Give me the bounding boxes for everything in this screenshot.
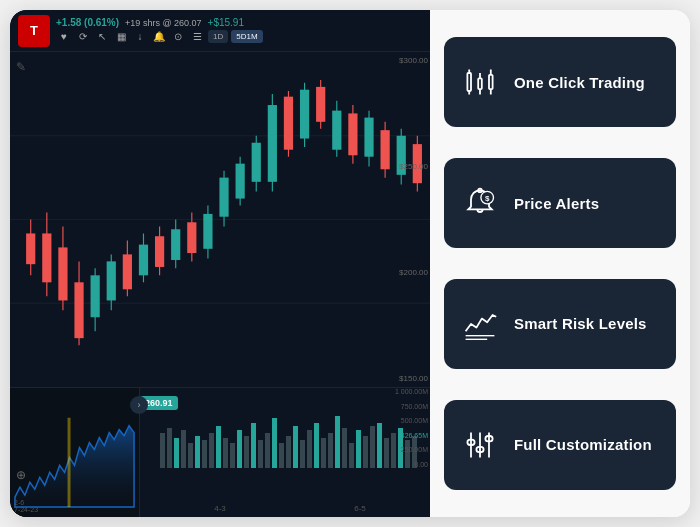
svg-rect-79 xyxy=(335,416,340,468)
svg-rect-94 xyxy=(478,79,482,90)
svg-rect-20 xyxy=(155,236,164,267)
svg-rect-6 xyxy=(42,233,51,282)
timeframe-1d[interactable]: 1D xyxy=(208,30,228,43)
bar-chart-icon[interactable]: ▦ xyxy=(113,28,129,44)
pencil-icon[interactable]: ✎ xyxy=(16,60,26,74)
svg-rect-58 xyxy=(188,443,193,468)
svg-rect-14 xyxy=(107,261,116,300)
mini-date-start: 2-6 xyxy=(14,499,38,506)
risk-icon xyxy=(462,306,498,342)
price-change: +1.58 (0.61%) xyxy=(56,17,119,28)
svg-rect-62 xyxy=(216,426,221,468)
svg-rect-86 xyxy=(384,438,389,468)
svg-rect-12 xyxy=(91,275,100,317)
svg-rect-63 xyxy=(223,438,228,468)
toolbar-icons: ♥ ⟳ ↖ ▦ ↓ 🔔 ⊙ ☰ 1D 5D1M xyxy=(56,28,263,44)
main-container: T +1.58 (0.61%) +19 shrs @ 260.07 +$15.9… xyxy=(10,10,690,517)
mini-date-end: 7-24-23 xyxy=(14,506,38,513)
collapse-button[interactable]: › xyxy=(130,396,148,414)
svg-rect-81 xyxy=(349,443,354,468)
svg-rect-60 xyxy=(202,440,207,468)
feature-label-customization: Full Customization xyxy=(514,436,652,453)
svg-rect-16 xyxy=(123,254,132,289)
svg-rect-30 xyxy=(236,164,245,199)
vol-label-500: 500.00M xyxy=(395,417,428,424)
svg-rect-64 xyxy=(230,443,235,468)
svg-rect-83 xyxy=(363,436,368,468)
chart-panel: T +1.58 (0.61%) +19 shrs @ 260.07 +$15.9… xyxy=(10,10,430,517)
vol-label-426: 426.65M xyxy=(395,432,428,439)
svg-rect-80 xyxy=(342,428,347,468)
feature-card-trading: One Click Trading xyxy=(444,37,676,127)
date-label-1: 4-3 xyxy=(214,504,226,513)
svg-rect-36 xyxy=(284,97,293,150)
svg-rect-40 xyxy=(316,87,325,122)
risk-icon-wrap xyxy=(460,304,500,344)
svg-rect-74 xyxy=(300,440,305,468)
volume-chart xyxy=(150,388,430,468)
feature-label-alerts: Price Alerts xyxy=(514,195,599,212)
svg-rect-76 xyxy=(314,423,319,468)
svg-rect-82 xyxy=(356,430,361,468)
svg-rect-77 xyxy=(321,438,326,468)
mini-date-labels: 2-6 7-24-23 xyxy=(14,499,38,513)
price-label-300: $300.00 xyxy=(377,56,428,65)
timeframe-5d[interactable]: 5D1M xyxy=(231,30,262,43)
date-axis: 4-3 6-5 xyxy=(150,504,430,513)
settings-icon[interactable]: ⊙ xyxy=(170,28,186,44)
svg-rect-75 xyxy=(307,430,312,468)
svg-rect-56 xyxy=(174,438,179,468)
svg-rect-67 xyxy=(251,423,256,468)
layers-icon[interactable]: ☰ xyxy=(189,28,205,44)
feature-label-trading: One Click Trading xyxy=(514,74,645,91)
svg-rect-53 xyxy=(68,418,71,507)
vol-label-0: 0.00 xyxy=(395,461,428,468)
svg-rect-18 xyxy=(139,245,148,276)
refresh-icon[interactable]: ⟳ xyxy=(75,28,91,44)
svg-rect-78 xyxy=(328,433,333,468)
features-panel: One Click Trading $ Price Alerts xyxy=(430,10,690,517)
svg-rect-28 xyxy=(219,178,228,217)
price-label-150: $150.00 xyxy=(377,374,428,383)
feature-card-risk: Smart Risk Levels xyxy=(444,279,676,369)
svg-rect-70 xyxy=(272,418,277,468)
svg-rect-54 xyxy=(160,433,165,468)
vol-label-1000: 1 000.00M xyxy=(395,388,428,395)
feature-card-customization: Full Customization xyxy=(444,400,676,490)
cursor-icon[interactable]: ↖ xyxy=(94,28,110,44)
svg-rect-73 xyxy=(293,426,298,468)
svg-rect-69 xyxy=(265,433,270,468)
crosshair-icon[interactable]: ⊕ xyxy=(16,468,26,482)
chart-bottom: 2-6 7-24-23 › 260.91 xyxy=(10,387,430,517)
heart-icon[interactable]: ♥ xyxy=(56,28,72,44)
svg-rect-22 xyxy=(171,229,180,260)
svg-rect-97 xyxy=(489,75,493,89)
svg-rect-85 xyxy=(377,423,382,468)
volume-labels: 1 000.00M 750.00M 500.00M 426.65M 250.00… xyxy=(395,388,428,468)
svg-rect-84 xyxy=(370,426,375,468)
price-label-250: $250.00 xyxy=(377,162,428,171)
price-plus: +$15.91 xyxy=(208,17,244,28)
svg-rect-24 xyxy=(187,222,196,253)
svg-rect-46 xyxy=(364,118,373,157)
price-labels: $300.00 $250.00 $200.00 $150.00 xyxy=(375,52,430,387)
bell-icon[interactable]: 🔔 xyxy=(151,28,167,44)
svg-rect-32 xyxy=(252,143,261,182)
mini-chart: 2-6 7-24-23 xyxy=(10,388,140,517)
svg-rect-72 xyxy=(286,436,291,468)
svg-rect-71 xyxy=(279,443,284,468)
svg-rect-91 xyxy=(467,73,471,91)
svg-rect-66 xyxy=(244,436,249,468)
customization-icon-wrap xyxy=(460,425,500,465)
chart-toolbar: T +1.58 (0.61%) +19 shrs @ 260.07 +$15.9… xyxy=(10,10,430,52)
svg-rect-55 xyxy=(167,428,172,468)
svg-text:$: $ xyxy=(485,194,490,203)
download-icon[interactable]: ↓ xyxy=(132,28,148,44)
date-label-2: 6-5 xyxy=(354,504,366,513)
feature-label-risk: Smart Risk Levels xyxy=(514,315,647,332)
svg-rect-34 xyxy=(268,105,277,182)
svg-rect-57 xyxy=(181,430,186,468)
bell-alert-icon: $ xyxy=(462,185,498,221)
svg-rect-38 xyxy=(300,90,309,139)
svg-rect-44 xyxy=(348,113,357,155)
